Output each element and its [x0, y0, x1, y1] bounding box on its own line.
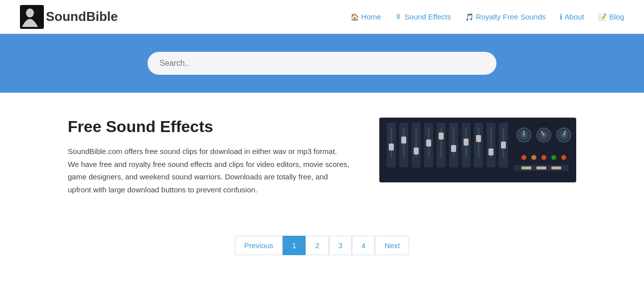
- blog-icon: 📝: [598, 13, 607, 21]
- nav-item-blog: 📝 Blog: [598, 12, 624, 21]
- page-title: Free Sound Effects: [68, 118, 349, 136]
- svg-rect-5: [389, 144, 394, 150]
- nav-sound-effects-link[interactable]: 🎙 Sound Effects: [395, 12, 451, 21]
- svg-point-49: [561, 155, 566, 160]
- logo-icon: [20, 5, 44, 29]
- pagination-page-1[interactable]: 1: [283, 236, 306, 255]
- nav-item-sound-effects: 🎙 Sound Effects: [395, 12, 451, 21]
- svg-rect-53: [551, 166, 561, 169]
- svg-rect-23: [464, 139, 469, 146]
- svg-rect-26: [476, 135, 481, 142]
- nav-about-link[interactable]: ℹ About: [560, 12, 584, 21]
- nav-royalty-free-link[interactable]: 🎵 Royalty Free Sounds: [465, 12, 546, 21]
- logo-plain: Sound: [46, 9, 86, 24]
- pagination-page-3[interactable]: 3: [329, 236, 352, 255]
- pagination-previous[interactable]: Previous: [235, 236, 283, 255]
- svg-rect-19: [453, 128, 455, 157]
- nav-royalty-free-label: Royalty Free Sounds: [476, 12, 546, 21]
- main-content: Free Sound Effects SoundBible.com offers…: [48, 93, 596, 216]
- nav-home-label: Home: [361, 12, 381, 21]
- search-banner: [0, 34, 644, 93]
- royalty-free-icon: 🎵: [465, 13, 474, 21]
- sound-effects-icon: 🎙: [395, 13, 402, 21]
- content-text: Free Sound Effects SoundBible.com offers…: [68, 118, 349, 196]
- logo-link[interactable]: SoundBible: [20, 5, 118, 29]
- hero-body: SoundBible.com offers free sound clips f…: [68, 145, 349, 196]
- svg-point-45: [521, 155, 526, 160]
- nav-item-home: 🏠 Home: [350, 12, 381, 21]
- nav-item-about: ℹ About: [560, 12, 584, 21]
- svg-rect-32: [501, 142, 506, 149]
- svg-rect-20: [451, 145, 456, 152]
- hero-image: [379, 118, 576, 182]
- svg-point-1: [26, 8, 34, 17]
- svg-rect-52: [536, 166, 546, 169]
- svg-rect-17: [439, 133, 444, 140]
- svg-rect-29: [488, 149, 493, 155]
- svg-rect-16: [440, 128, 442, 157]
- svg-rect-14: [426, 140, 431, 147]
- pagination: Previous 1 2 3 4 Next: [0, 216, 644, 280]
- nav-about-label: About: [565, 12, 584, 21]
- nav-item-royalty-free: 🎵 Royalty Free Sounds: [465, 12, 546, 21]
- pagination-page-2[interactable]: 2: [306, 236, 328, 255]
- nav-blog-label: Blog: [609, 12, 624, 21]
- svg-rect-8: [401, 137, 406, 144]
- nav-home-link[interactable]: 🏠 Home: [350, 12, 381, 21]
- pagination-page-4[interactable]: 4: [352, 236, 375, 255]
- svg-point-46: [531, 155, 536, 160]
- logo-bold: Bible: [86, 9, 118, 24]
- svg-rect-25: [478, 128, 480, 157]
- search-input[interactable]: [148, 52, 496, 75]
- svg-rect-11: [414, 148, 419, 154]
- pagination-next[interactable]: Next: [375, 236, 409, 255]
- logo-text: SoundBible: [46, 9, 118, 24]
- about-icon: ℹ: [560, 13, 562, 21]
- svg-rect-51: [521, 166, 531, 169]
- nav-blog-link[interactable]: 📝 Blog: [598, 12, 624, 21]
- svg-rect-4: [390, 128, 392, 157]
- navbar: SoundBible 🏠 Home 🎙 Sound Effects 🎵 Roya…: [0, 0, 644, 34]
- home-icon: 🏠: [350, 13, 359, 21]
- nav-sound-effects-label: Sound Effects: [405, 12, 451, 21]
- svg-point-48: [551, 155, 556, 160]
- svg-point-47: [541, 155, 546, 160]
- nav-links: 🏠 Home 🎙 Sound Effects 🎵 Royalty Free So…: [350, 12, 624, 21]
